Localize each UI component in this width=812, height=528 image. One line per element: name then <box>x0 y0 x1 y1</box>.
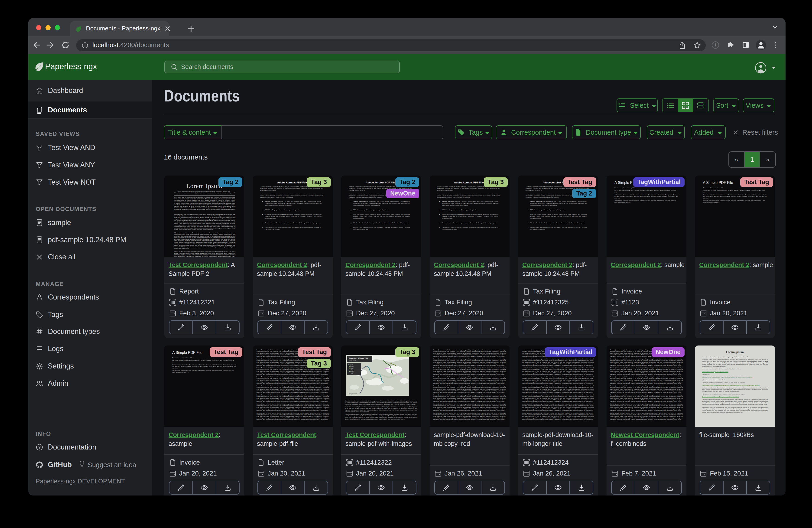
svg-text:Day 3: Day 3 <box>351 369 354 371</box>
svg-text:?: ? <box>38 445 40 449</box>
svg-text:Legend: Legend <box>348 364 353 366</box>
svg-text:Day 2: Day 2 <box>351 368 354 369</box>
svg-text:Day 5: Day 5 <box>351 373 354 374</box>
svg-text:Day 1: Day 1 <box>351 366 354 367</box>
svg-text:Boundary Waters Trip: Boundary Waters Trip <box>349 357 368 359</box>
svg-text:by day in BWCA: by day in BWCA <box>349 360 358 361</box>
svg-text:Google Earth: Google Earth <box>348 393 357 395</box>
svg-text:Day 4: Day 4 <box>351 371 354 372</box>
